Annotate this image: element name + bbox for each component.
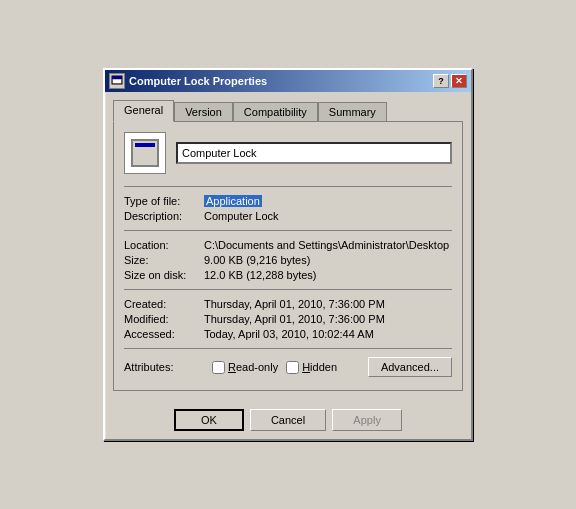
accessed-value: Today, April 03, 2010, 10:02:44 AM xyxy=(204,328,374,340)
cancel-button[interactable]: Cancel xyxy=(250,409,326,431)
created-row: Created: Thursday, April 01, 2010, 7:36:… xyxy=(124,298,452,310)
hidden-label: Hidden xyxy=(302,361,337,373)
tab-compatibility[interactable]: Compatibility xyxy=(233,102,318,122)
hidden-checkbox-label[interactable]: Hidden xyxy=(286,361,337,374)
dialog-buttons: OK Cancel Apply xyxy=(105,399,471,439)
attributes-label: Attributes: xyxy=(124,361,204,373)
properties-window: Computer Lock Properties ? ✕ General Ver… xyxy=(103,68,473,441)
tab-bar: General Version Compatibility Summary xyxy=(113,100,463,122)
apply-button[interactable]: Apply xyxy=(332,409,402,431)
size-on-disk-value: 12.0 KB (12,288 bytes) xyxy=(204,269,317,281)
description-value: Computer Lock xyxy=(204,210,279,222)
location-value: C:\Documents and Settings\Administrator\… xyxy=(204,239,449,251)
title-buttons: ? ✕ xyxy=(433,74,467,88)
location-row: Location: C:\Documents and Settings\Admi… xyxy=(124,239,452,251)
accessed-row: Accessed: Today, April 03, 2010, 10:02:4… xyxy=(124,328,452,340)
divider-2 xyxy=(124,230,452,231)
title-bar-left: Computer Lock Properties xyxy=(109,73,267,89)
size-on-disk-label: Size on disk: xyxy=(124,269,204,281)
size-label: Size: xyxy=(124,254,204,266)
size-row: Size: 9.00 KB (9,216 bytes) xyxy=(124,254,452,266)
file-icon xyxy=(131,139,159,167)
readonly-label: Read-only xyxy=(228,361,278,373)
svg-rect-2 xyxy=(113,80,121,83)
window-title: Computer Lock Properties xyxy=(129,75,267,87)
tab-summary[interactable]: Summary xyxy=(318,102,387,122)
modified-row: Modified: Thursday, April 01, 2010, 7:36… xyxy=(124,313,452,325)
created-label: Created: xyxy=(124,298,204,310)
readonly-checkbox[interactable] xyxy=(212,361,225,374)
help-button[interactable]: ? xyxy=(433,74,449,88)
tab-general[interactable]: General xyxy=(113,100,174,122)
dialog-content: General Version Compatibility Summary xyxy=(105,92,471,399)
size-section: Location: C:\Documents and Settings\Admi… xyxy=(124,239,452,281)
size-value: 9.00 KB (9,216 bytes) xyxy=(204,254,310,266)
description-label: Description: xyxy=(124,210,204,222)
created-value: Thursday, April 01, 2010, 7:36:00 PM xyxy=(204,298,385,310)
type-label: Type of file: xyxy=(124,195,204,207)
modified-value: Thursday, April 01, 2010, 7:36:00 PM xyxy=(204,313,385,325)
file-header xyxy=(124,132,452,174)
window-icon xyxy=(109,73,125,89)
divider-3 xyxy=(124,289,452,290)
divider-1 xyxy=(124,186,452,187)
type-row: Type of file: Application xyxy=(124,195,452,207)
size-on-disk-row: Size on disk: 12.0 KB (12,288 bytes) xyxy=(124,269,452,281)
ok-button[interactable]: OK xyxy=(174,409,244,431)
close-button[interactable]: ✕ xyxy=(451,74,467,88)
tab-panel-general: Type of file: Application Description: C… xyxy=(113,121,463,391)
location-label: Location: xyxy=(124,239,204,251)
divider-4 xyxy=(124,348,452,349)
svg-rect-1 xyxy=(112,76,122,79)
type-section: Type of file: Application Description: C… xyxy=(124,195,452,222)
title-bar: Computer Lock Properties ? ✕ xyxy=(105,70,471,92)
accessed-label: Accessed: xyxy=(124,328,204,340)
file-icon-container xyxy=(124,132,166,174)
hidden-checkbox[interactable] xyxy=(286,361,299,374)
type-value: Application xyxy=(204,195,262,207)
modified-label: Modified: xyxy=(124,313,204,325)
description-row: Description: Computer Lock xyxy=(124,210,452,222)
file-name-input[interactable] xyxy=(176,142,452,164)
dates-section: Created: Thursday, April 01, 2010, 7:36:… xyxy=(124,298,452,340)
readonly-checkbox-label[interactable]: Read-only xyxy=(212,361,278,374)
advanced-button[interactable]: Advanced... xyxy=(368,357,452,377)
tab-version[interactable]: Version xyxy=(174,102,233,122)
attributes-row: Attributes: Read-only Hidden Advanced... xyxy=(124,357,452,377)
